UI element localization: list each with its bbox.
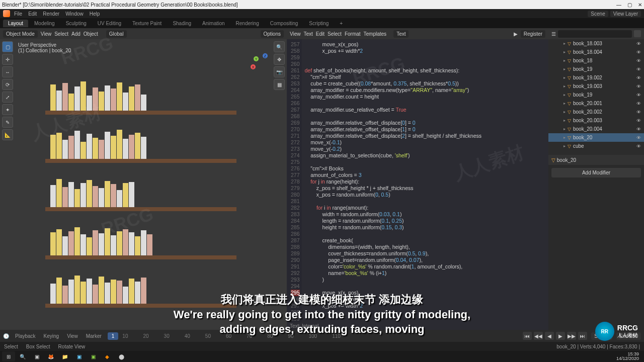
- te-menu-select[interactable]: Select: [328, 31, 342, 37]
- 3d-viewport[interactable]: User Perspective (1) Collection | book_2…: [0, 39, 287, 330]
- te-register[interactable]: Register: [521, 30, 545, 38]
- play-button[interactable]: ▶: [556, 332, 565, 340]
- outliner-item[interactable]: ▸▽book_19👁: [548, 65, 644, 73]
- tab-add[interactable]: +: [335, 20, 348, 27]
- te-run-icon[interactable]: ▶: [514, 31, 518, 37]
- play-rev-button[interactable]: ◀: [545, 332, 554, 340]
- zoom-icon[interactable]: 🔍: [274, 41, 285, 52]
- viewport-options[interactable]: Options: [261, 30, 284, 38]
- timeline-icon[interactable]: 🕓: [3, 333, 9, 339]
- tl-menu-playback[interactable]: Playback: [13, 333, 38, 339]
- taskview-icon[interactable]: ▣: [30, 351, 43, 361]
- outliner-item[interactable]: ▸▽book_20👁: [548, 133, 644, 142]
- orientation-selector[interactable]: Global: [106, 30, 127, 38]
- filter-icon[interactable]: [634, 30, 641, 37]
- outliner-item[interactable]: ▸▽book_20.004👁: [548, 125, 644, 133]
- tool-annotate[interactable]: ✎: [2, 117, 13, 128]
- current-frame[interactable]: 1: [108, 332, 119, 340]
- outliner-item[interactable]: ▸▽book_20.001👁: [548, 99, 644, 108]
- app-icon-1[interactable]: ▣: [72, 351, 86, 361]
- tab-animation[interactable]: Animation: [197, 20, 229, 27]
- vp-menu-object[interactable]: Object: [84, 31, 98, 37]
- tool-measure[interactable]: 📐: [2, 129, 13, 140]
- outliner-item[interactable]: ▸▽book_19👁: [548, 90, 644, 99]
- viewlayer-field[interactable]: View Layer: [610, 11, 641, 17]
- rrcg-logo-icon: RR: [595, 322, 614, 341]
- menu-help[interactable]: Help: [88, 11, 102, 17]
- obs-icon[interactable]: ⬤: [115, 351, 128, 361]
- timeline-ruler[interactable]: 102030405060708090100110: [122, 333, 519, 339]
- move-view-icon[interactable]: ✥: [274, 54, 285, 65]
- outliner-item[interactable]: ▸▽book_18.003👁: [548, 39, 644, 48]
- tab-layout[interactable]: Layout: [3, 20, 28, 27]
- firefox-icon[interactable]: 🦊: [44, 351, 57, 361]
- code-editor[interactable]: 2572582592602612622632642652662672682692…: [287, 39, 548, 322]
- vp-menu-add[interactable]: Add: [71, 31, 80, 37]
- tab-scripting[interactable]: Scripting: [304, 20, 334, 27]
- tl-menu-marker[interactable]: Marker: [84, 333, 104, 339]
- start-button[interactable]: ⊞: [2, 351, 15, 361]
- vp-menu-view[interactable]: View: [41, 31, 52, 37]
- blender-icon[interactable]: [3, 10, 10, 17]
- tool-move[interactable]: ↔: [2, 66, 13, 77]
- jump-end-button[interactable]: ⏭: [578, 332, 587, 340]
- tl-menu-keying[interactable]: Keying: [42, 333, 61, 339]
- window-close-button[interactable]: ✕: [638, 2, 642, 8]
- prev-key-button[interactable]: ◀◀: [534, 332, 543, 340]
- te-menu-view[interactable]: View: [290, 31, 301, 37]
- outliner-tree[interactable]: ▸▽book_18.003👁▸▽book_18.004👁▸▽book_18👁▸▽…: [548, 39, 644, 155]
- code-content[interactable]: move_x(x_pos) x_pos += width*2 def shelf…: [302, 39, 485, 322]
- axis-x-icon[interactable]: X: [251, 64, 256, 69]
- tab-shading[interactable]: Shading: [168, 20, 196, 27]
- outliner-item[interactable]: ▸▽book_19.003👁: [548, 82, 644, 90]
- camera-icon[interactable]: 📷: [274, 66, 285, 77]
- outliner-item[interactable]: ▸▽book_19.002👁: [548, 73, 644, 82]
- outliner-item[interactable]: ▸▽book_20.002👁: [548, 108, 644, 116]
- axis-z-icon[interactable]: Z: [263, 53, 268, 58]
- scene-field[interactable]: Scene: [588, 11, 608, 17]
- outliner-search[interactable]: [558, 30, 632, 38]
- tab-sculpting[interactable]: Sculpting: [61, 20, 92, 27]
- menu-window[interactable]: Window: [63, 11, 86, 17]
- search-icon[interactable]: 🔍: [16, 351, 29, 361]
- outliner-item[interactable]: ▸▽book_18.004👁: [548, 48, 644, 56]
- viewport-right-tools: 🔍 ✥ 📷 ▦: [274, 41, 285, 90]
- te-menu-text[interactable]: Text: [304, 31, 313, 37]
- persp-icon[interactable]: ▦: [274, 79, 285, 90]
- window-title: Blender* [D:\Simon\blender-tutorials\02 …: [2, 2, 238, 8]
- tab-texturepaint[interactable]: Texture Paint: [127, 20, 167, 27]
- outliner-item[interactable]: ▸▽book_18👁: [548, 56, 644, 65]
- outliner-item[interactable]: ▸▽cube👁: [548, 142, 644, 150]
- tab-modeling[interactable]: Modeling: [29, 20, 60, 27]
- window-min-button[interactable]: —: [616, 2, 621, 8]
- tab-compositing[interactable]: Compositing: [265, 20, 303, 27]
- axis-y-icon[interactable]: Y: [254, 56, 259, 61]
- orbit-gizmo[interactable]: X Y Z: [251, 53, 272, 74]
- tab-rendering[interactable]: Rendering: [231, 20, 264, 27]
- te-menu-format[interactable]: Format: [345, 31, 361, 37]
- explorer-icon[interactable]: 📁: [58, 351, 71, 361]
- app-icon-2[interactable]: ▣: [87, 351, 100, 361]
- te-menu-templates[interactable]: Templates: [364, 31, 387, 37]
- blender-task-icon[interactable]: ◆: [101, 351, 114, 361]
- add-modifier-button[interactable]: Add Modifier: [551, 168, 641, 177]
- text-datablock[interactable]: Text: [393, 30, 409, 38]
- next-key-button[interactable]: ▶▶: [567, 332, 576, 340]
- jump-start-button[interactable]: ⏮: [523, 332, 532, 340]
- menu-render[interactable]: Render: [41, 11, 61, 17]
- te-menu-edit[interactable]: Edit: [316, 31, 325, 37]
- menu-edit[interactable]: Edit: [26, 11, 39, 17]
- window-max-button[interactable]: ▢: [627, 2, 632, 8]
- tool-cursor[interactable]: ✛: [2, 54, 13, 65]
- tool-select[interactable]: ▢: [2, 41, 13, 52]
- tl-menu-view[interactable]: View: [65, 333, 80, 339]
- taskbar-clock[interactable]: 15:39 14/12/2020: [613, 352, 642, 361]
- vp-menu-select[interactable]: Select: [54, 31, 68, 37]
- menu-file[interactable]: File: [12, 11, 24, 17]
- mode-selector[interactable]: Object Mode: [3, 30, 38, 38]
- outliner-item[interactable]: ▸▽book_20.003👁: [548, 116, 644, 125]
- tool-transform[interactable]: ✦: [2, 104, 13, 115]
- tool-rotate[interactable]: ⟳: [2, 79, 13, 90]
- tool-scale[interactable]: ⤢: [2, 92, 13, 103]
- tab-uvediting[interactable]: UV Editing: [93, 20, 126, 27]
